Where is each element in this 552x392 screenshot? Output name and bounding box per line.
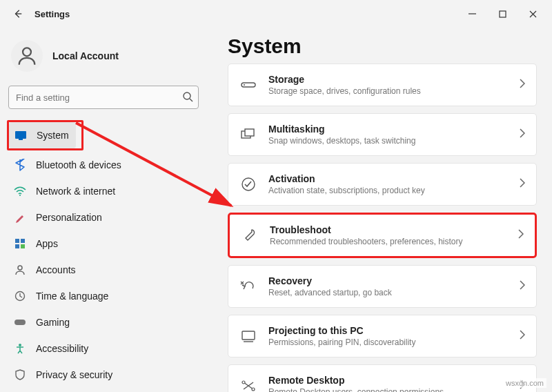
remote-icon [239,377,257,392]
sidebar-item-privacy[interactable]: Privacy & security [7,362,200,388]
card-subtitle: Storage space, drives, configuration rul… [268,86,509,96]
svg-rect-0 [500,11,506,17]
card-subtitle: Reset, advanced startup, go back [268,288,509,297]
sidebar-item-label: Accessibility [36,343,88,354]
chevron-right-icon [520,280,525,293]
gaming-icon [14,316,26,329]
sidebar-item-label: Gaming [36,317,70,328]
sidebar-item-system[interactable]: System [9,122,76,148]
wrench-icon [241,226,259,244]
card-troubleshoot[interactable]: TroubleshootRecommended troubleshooters,… [228,213,537,258]
svg-rect-3 [15,131,26,139]
sidebar-item-accessibility[interactable]: Accessibility [7,335,200,362]
svg-point-1 [23,48,31,56]
card-title: Storage [268,74,509,85]
sidebar-item-label: Network & internet [36,186,115,197]
sidebar-item-accounts[interactable]: Accounts [7,257,200,283]
back-button[interactable] [11,7,25,21]
highlight-system: System [7,120,83,150]
clock-icon [14,290,26,302]
sidebar-item-gaming[interactable]: Gaming [7,309,200,335]
account-block[interactable]: Local Account [7,36,200,81]
svg-rect-4 [19,139,23,140]
svg-point-13 [19,344,21,346]
sidebar-item-label: Personalization [36,212,102,223]
card-activation[interactable]: ActivationActivation state, subscription… [228,163,537,206]
card-subtitle: Permissions, pairing PIN, discoverabilit… [268,337,509,347]
sidebar-item-label: Apps [36,238,58,249]
storage-icon [239,76,257,94]
sidebar-item-network[interactable]: Network & internet [7,178,200,204]
wifi-icon [14,185,26,197]
svg-rect-7 [21,239,25,243]
chevron-right-icon [518,229,524,242]
chevron-right-icon [520,128,525,141]
check-circle-icon [239,175,257,193]
sidebar-item-label: Time & language [36,291,108,302]
card-subtitle: Recommended troubleshooters, preferences… [270,237,507,246]
search-icon [182,91,193,105]
svg-point-5 [19,195,21,196]
svg-rect-9 [21,244,25,248]
svg-point-21 [252,388,255,391]
main-panel: System StorageStorage space, drives, con… [207,28,552,392]
search-input[interactable] [8,86,199,109]
accounts-icon [14,264,26,276]
bluetooth-icon [14,159,26,171]
back-arrow-icon [13,9,23,19]
chevron-right-icon [520,79,525,91]
paint-icon [14,211,26,224]
sidebar: Local Account System Bluetooth & devices… [0,28,207,392]
chevron-right-icon [520,178,525,190]
card-storage[interactable]: StorageStorage space, drives, configurat… [228,63,537,106]
svg-rect-19 [242,331,255,340]
svg-rect-12 [14,320,26,325]
display-icon [14,129,27,141]
avatar [11,40,43,72]
minimize-button[interactable] [457,3,487,25]
sidebar-item-time[interactable]: Time & language [7,283,200,309]
sidebar-item-apps[interactable]: Apps [7,231,200,257]
person-icon [15,44,39,68]
content-area: Local Account System Bluetooth & devices… [0,28,552,392]
maximize-button[interactable] [487,3,518,25]
shield-icon [14,369,26,381]
accessibility-icon [14,342,26,355]
svg-rect-8 [15,244,19,248]
card-subtitle: Remote Desktop users, connection permiss… [268,387,509,392]
sidebar-item-bluetooth[interactable]: Bluetooth & devices [7,152,200,178]
sidebar-item-update[interactable]: Windows Update [7,388,200,392]
sidebar-item-personalization[interactable]: Personalization [7,204,200,231]
svg-point-20 [242,381,245,384]
card-projecting[interactable]: Projecting to this PCPermissions, pairin… [228,315,537,357]
close-button[interactable] [518,3,548,25]
svg-rect-17 [245,129,254,136]
card-title: Activation [268,173,509,184]
projecting-icon [239,327,257,345]
minimize-icon [469,10,476,18]
apps-icon [14,237,26,250]
multitasking-icon [239,126,257,144]
card-subtitle: Activation state, subscriptions, product… [268,186,509,195]
title-bar: Settings [0,0,552,28]
page-title: System [228,35,537,58]
card-remote-desktop[interactable]: Remote DesktopRemote Desktop users, conn… [228,364,537,392]
window-title: Settings [34,9,457,19]
sidebar-item-label: Privacy & security [36,369,112,380]
chevron-right-icon [520,330,525,342]
card-multitasking[interactable]: MultitaskingSnap windows, desktops, task… [228,113,537,156]
maximize-icon [499,10,506,18]
watermark: wsxdn.com [503,378,546,388]
svg-point-2 [184,92,190,99]
svg-point-10 [18,266,22,270]
sidebar-item-label: Bluetooth & devices [36,159,121,170]
sidebar-item-label: System [37,130,69,141]
card-title: Troubleshoot [270,224,507,235]
card-title: Multitasking [268,124,509,135]
card-title: Recovery [268,275,509,286]
card-recovery[interactable]: RecoveryReset, advanced startup, go back [228,265,537,308]
recovery-icon [239,277,257,295]
card-title: Remote Desktop [268,375,509,386]
search-box[interactable] [8,86,199,109]
account-name: Local Account [52,50,119,61]
